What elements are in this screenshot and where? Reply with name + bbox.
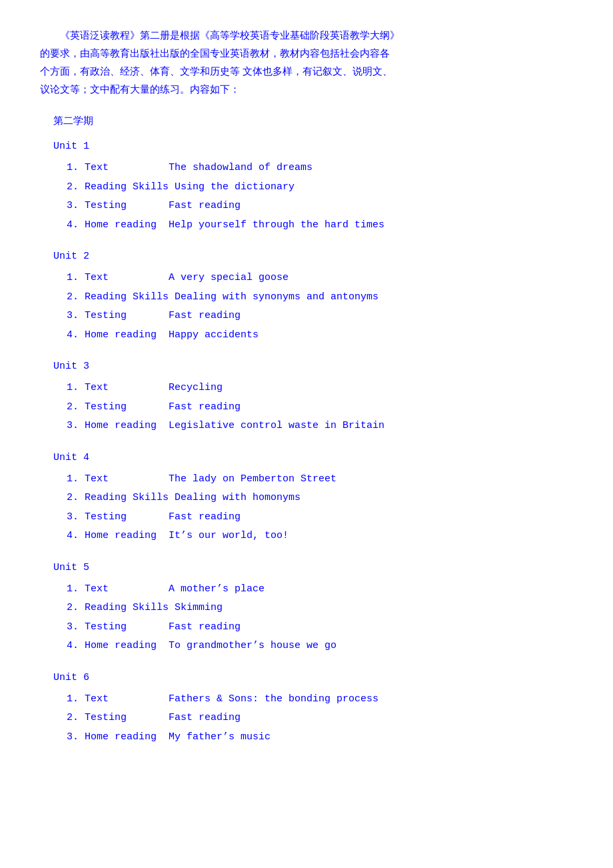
unit-5-item-4: 4. Home reading To grandmother’s house w… [67, 637, 573, 656]
unit-block-5: Unit 51. Text A mother’s place2. Reading… [53, 562, 573, 656]
intro-line3: 个方面，有政治、经济、体育、文学和历史等 文体也多样，有记叙文、说明文、 [40, 66, 392, 77]
unit-3-item-1: 1. Text Recycling [67, 379, 573, 398]
unit-items-4: 1. Text The lady on Pemberton Street2. R… [67, 470, 573, 546]
unit-5-item-2: 2. Reading Skills Skimming [67, 599, 573, 618]
unit-1-item-2: 2. Reading Skills Using the dictionary [67, 178, 573, 197]
unit-6-item-3: 3. Home reading My father’s music [67, 728, 573, 747]
unit-block-4: Unit 41. Text The lady on Pemberton Stre… [53, 452, 573, 546]
unit-title-2: Unit 2 [53, 251, 573, 262]
unit-block-1: Unit 11. Text The shadowland of dreams2.… [53, 141, 573, 235]
unit-4-item-4: 4. Home reading It’s our world, too! [67, 527, 573, 546]
unit-items-2: 1. Text A very special goose2. Reading S… [67, 269, 573, 345]
unit-title-5: Unit 5 [53, 562, 573, 573]
unit-3-item-2: 2. Testing Fast reading [67, 398, 573, 417]
unit-title-3: Unit 3 [53, 361, 573, 372]
unit-2-item-3: 3. Testing Fast reading [67, 307, 573, 326]
unit-1-item-1: 1. Text The shadowland of dreams [67, 159, 573, 178]
unit-title-4: Unit 4 [53, 452, 573, 463]
units-container: Unit 11. Text The shadowland of dreams2.… [40, 141, 573, 747]
intro-line4: 议论文等；文中配有大量的练习。内容如下： [40, 84, 240, 95]
unit-title-1: Unit 1 [53, 141, 573, 152]
unit-items-1: 1. Text The shadowland of dreams2. Readi… [67, 159, 573, 235]
semester-label: 第二学期 [53, 115, 573, 127]
unit-block-2: Unit 21. Text A very special goose2. Rea… [53, 251, 573, 345]
unit-4-item-1: 1. Text The lady on Pemberton Street [67, 470, 573, 489]
unit-5-item-1: 1. Text A mother’s place [67, 580, 573, 599]
unit-block-6: Unit 61. Text Fathers & Sons: the bondin… [53, 672, 573, 747]
unit-6-item-2: 2. Testing Fast reading [67, 709, 573, 728]
intro-line1: 《英语泛读教程》第二册是根据《高等学校英语专业基础阶段英语教学大纲》 [40, 30, 400, 41]
unit-items-3: 1. Text Recycling2. Testing Fast reading… [67, 379, 573, 436]
unit-4-item-2: 2. Reading Skills Dealing with homonyms [67, 489, 573, 508]
unit-1-item-3: 3. Testing Fast reading [67, 197, 573, 216]
unit-1-item-4: 4. Home reading Help yourself through th… [67, 216, 573, 235]
unit-6-item-1: 1. Text Fathers & Sons: the bonding proc… [67, 690, 573, 709]
unit-3-item-3: 3. Home reading Legislative control wast… [67, 417, 573, 436]
unit-5-item-3: 3. Testing Fast reading [67, 618, 573, 637]
unit-block-3: Unit 31. Text Recycling2. Testing Fast r… [53, 361, 573, 436]
intro-paragraph: 《英语泛读教程》第二册是根据《高等学校英语专业基础阶段英语教学大纲》 的要求，由… [40, 27, 573, 99]
unit-title-6: Unit 6 [53, 672, 573, 683]
unit-2-item-1: 1. Text A very special goose [67, 269, 573, 288]
intro-line2: 的要求，由高等教育出版社出版的全国专业英语教材，教材内容包括社会内容各 [40, 48, 390, 59]
unit-items-6: 1. Text Fathers & Sons: the bonding proc… [67, 690, 573, 747]
unit-4-item-3: 3. Testing Fast reading [67, 508, 573, 527]
unit-items-5: 1. Text A mother’s place2. Reading Skill… [67, 580, 573, 656]
unit-2-item-2: 2. Reading Skills Dealing with synonyms … [67, 288, 573, 307]
unit-2-item-4: 4. Home reading Happy accidents [67, 326, 573, 345]
